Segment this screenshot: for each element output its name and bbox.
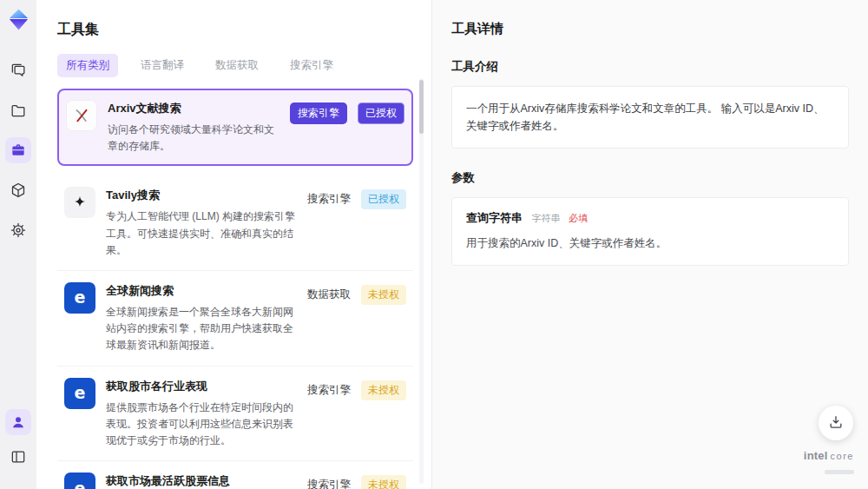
sidebar-nav <box>5 57 31 257</box>
panel-icon <box>10 448 27 466</box>
param-type: 字符串 <box>531 213 560 223</box>
detail-title: 工具详情 <box>451 21 849 37</box>
chat-icon <box>10 62 27 79</box>
sidebar-bottom <box>5 409 31 479</box>
list-scrollbar[interactable] <box>419 78 424 484</box>
sidebar-item-settings[interactable] <box>5 217 31 243</box>
tool-list-pane: 工具集 所有类别语言翻译数据获取搜索引擎 Arxiv文献搜索 访问各个研究领域大… <box>36 0 431 489</box>
download-icon <box>827 413 845 433</box>
intel-brand-word: intel <box>804 449 828 462</box>
tool-status-badge: 已授权 <box>358 102 404 124</box>
tab-language-translation[interactable]: 语言翻译 <box>132 54 193 77</box>
param-name: 查询字符串 <box>466 211 523 224</box>
sidebar-item-chat[interactable] <box>5 57 31 83</box>
tool-category-badge: 搜索引擎 <box>307 383 351 398</box>
tab-all-categories[interactable]: 所有类别 <box>57 54 118 77</box>
blue-e-icon: e <box>64 282 95 314</box>
list-scrollbar-thumb[interactable] <box>419 80 424 134</box>
category-tabs: 所有类别语言翻译数据获取搜索引擎 <box>57 54 414 77</box>
intro-box: 一个用于从Arxiv存储库搜索科学论文和文章的工具。 输入可以是Arxiv ID… <box>451 86 849 149</box>
sidebar <box>0 0 36 489</box>
tab-data-fetch[interactable]: 数据获取 <box>207 54 267 77</box>
tool-card[interactable]: e 获取市场最活跃股票信息 提供当天交易量最高的股票列表，投资者可以利用这些信息… <box>57 461 413 489</box>
tool-name: Arxiv文献搜索 <box>108 101 279 116</box>
briefcase-icon <box>10 142 27 159</box>
tool-name: Tavily搜索 <box>106 188 297 203</box>
intel-brand-subtext <box>825 470 854 474</box>
intro-heading: 工具介绍 <box>451 59 849 75</box>
tool-card[interactable]: e 全球新闻搜索 全球新闻搜索是一个聚合全球各大新闻网站内容的搜索引擎，帮助用户… <box>57 271 413 367</box>
tool-description: 全球新闻搜索是一个聚合全球各大新闻网站内容的搜索引擎，帮助用户快速获取全球最新资… <box>106 304 297 354</box>
tool-name: 获取市场最活跃股票信息 <box>106 473 297 489</box>
page-title: 工具集 <box>57 21 414 39</box>
user-icon <box>10 413 27 431</box>
tool-card[interactable]: Tavily搜索 专为人工智能代理 (LLM) 构建的搜索引擎工具。可快速提供实… <box>57 175 413 271</box>
tool-description: 提供股票市场各个行业在特定时间段内的表现。投资者可以利用这些信息来识别表现优于或… <box>106 400 297 450</box>
tool-detail-pane: 工具详情 工具介绍 一个用于从Arxiv存储库搜索科学论文和文章的工具。 输入可… <box>431 0 868 489</box>
sidebar-item-models[interactable] <box>5 177 31 203</box>
sidebar-item-files[interactable] <box>5 97 31 123</box>
param-required-flag: 必填 <box>569 213 588 223</box>
sidebar-item-user[interactable] <box>5 409 31 435</box>
blue-e-icon: e <box>64 378 95 409</box>
tool-status-badge: 未授权 <box>361 475 406 489</box>
tool-category-badge: 搜索引擎 <box>290 102 347 124</box>
tool-status-badge: 已授权 <box>361 189 406 209</box>
app-window: 工具集 所有类别语言翻译数据获取搜索引擎 Arxiv文献搜索 访问各个研究领域大… <box>0 0 868 489</box>
app-logo-icon[interactable] <box>7 8 30 31</box>
tool-name: 获取股市各行业表现 <box>106 379 297 394</box>
gear-icon <box>10 221 27 239</box>
intel-brand-core: core <box>831 451 854 461</box>
download-button[interactable] <box>819 406 853 440</box>
param-box: 查询字符串 字符串 必填 用于搜索的Arxiv ID、关键字或作者姓名。 <box>451 197 849 266</box>
sparkle-icon <box>64 187 95 218</box>
tool-status-badge: 未授权 <box>361 285 406 305</box>
tool-card[interactable]: e 获取股市各行业表现 提供股票市场各个行业在特定时间段内的表现。投资者可以利用… <box>57 367 413 462</box>
tool-description: 访问各个研究领域大量科学论文和文章的存储库。 <box>108 122 279 155</box>
tool-category-badge: 数据获取 <box>307 287 351 302</box>
tool-card[interactable]: Arxiv文献搜索 访问各个研究领域大量科学论文和文章的存储库。 搜索引擎 已授… <box>57 89 413 166</box>
params-heading: 参数 <box>451 170 849 186</box>
blue-e-icon: e <box>64 472 95 489</box>
intel-core-logo: intelcore <box>804 447 854 478</box>
intro-text: 一个用于从Arxiv存储库搜索科学论文和文章的工具。 输入可以是Arxiv ID… <box>466 102 825 132</box>
sidebar-item-panel-toggle[interactable] <box>5 444 31 470</box>
param-head: 查询字符串 字符串 必填 <box>466 211 834 226</box>
tool-status-badge: 未授权 <box>361 380 406 400</box>
cube-icon <box>10 182 27 199</box>
arxiv-icon <box>66 100 97 131</box>
tool-category-badge: 搜索引擎 <box>307 478 351 489</box>
param-description: 用于搜索的Arxiv ID、关键字或作者姓名。 <box>466 235 834 252</box>
tool-name: 全球新闻搜索 <box>106 283 297 299</box>
tab-search-engine[interactable]: 搜索引擎 <box>281 54 342 77</box>
sidebar-item-tools[interactable] <box>5 137 31 163</box>
tool-description: 专为人工智能代理 (LLM) 构建的搜索引擎工具。可快速提供实时、准确和真实的结… <box>106 208 297 259</box>
folder-icon <box>10 102 27 119</box>
tool-list: Arxiv文献搜索 访问各个研究领域大量科学论文和文章的存储库。 搜索引擎 已授… <box>57 89 413 489</box>
tool-category-badge: 搜索引擎 <box>307 192 351 207</box>
